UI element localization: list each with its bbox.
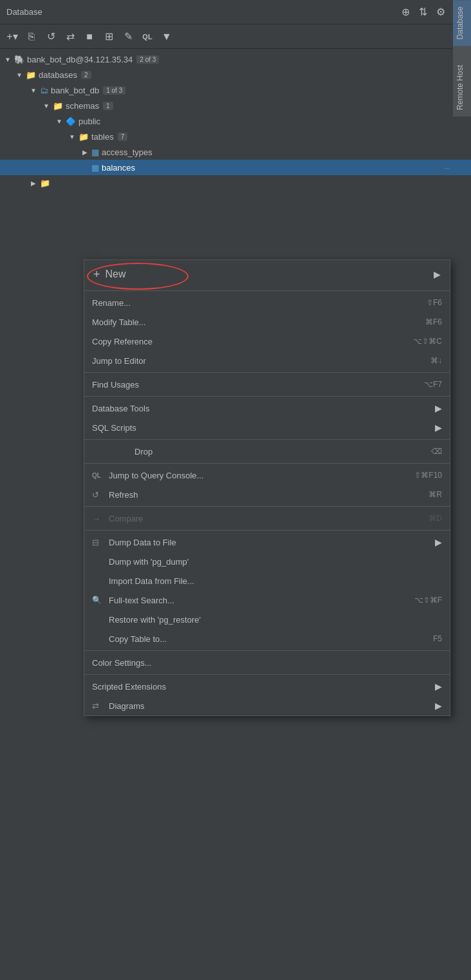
tree-label-access-types: access_types	[102, 147, 152, 157]
menu-item-copy-table[interactable]: Copy Table to... F5	[84, 629, 450, 648]
separator-3	[84, 396, 450, 397]
tree-badge-databases: 2	[81, 71, 91, 79]
tree-item-access-types[interactable]: ▶ ▦ access_types	[0, 144, 471, 160]
menu-item-refresh[interactable]: ↺ Refresh ⌘R	[84, 485, 450, 504]
refresh-button[interactable]: ↺	[42, 28, 59, 45]
menu-label-compare: Compare	[109, 514, 429, 523]
tree-label-tables: tables	[91, 132, 114, 142]
menu-item-jump-editor[interactable]: Jump to Editor ⌘↓	[84, 351, 450, 370]
new-circle-highlight	[87, 263, 189, 290]
add-icon[interactable]: ⊕	[402, 6, 410, 18]
separator-9	[84, 674, 450, 675]
menu-item-database-tools[interactable]: Database Tools ▶	[84, 399, 450, 418]
context-menu: + New ▶ Rename... ⇧F6 Modify Table... ⌘F…	[84, 259, 450, 716]
shortcut-drop: ⌫	[431, 447, 442, 456]
menu-label-import-data: Import Data from File...	[92, 576, 442, 586]
new-label: New	[106, 269, 126, 280]
edit-button[interactable]: ✎	[120, 28, 136, 45]
submenu-arrow: ▶	[435, 701, 442, 711]
tree-item-collapsed-1[interactable]: ▶ 📁	[0, 175, 471, 191]
menu-item-drop[interactable]: Drop ⌫	[84, 442, 450, 461]
folder-icon: 📁	[26, 70, 36, 80]
expand-arrow: ▼	[67, 133, 77, 140]
separator-1	[84, 290, 450, 291]
menu-label-rename: Rename...	[92, 298, 427, 308]
db-file-icon: 🗂	[40, 86, 48, 95]
tree-item-databases[interactable]: ▼ 📁 databases 2	[0, 67, 471, 82]
tree-badge-schemas: 1	[103, 102, 113, 110]
menu-label-scripted-extensions: Scripted Extensions	[92, 682, 431, 692]
separator-8	[84, 650, 450, 651]
menu-item-scripted-extensions[interactable]: Scripted Extensions ▶	[84, 677, 450, 696]
tree-item-bank-bot-db[interactable]: ▼ 🗂 bank_bot_db 1 of 3	[0, 82, 471, 98]
tree-item-schemas[interactable]: ▼ 📁 schemas 1	[0, 98, 471, 113]
query-button[interactable]: QL	[139, 28, 156, 45]
submenu-arrow: ▶	[435, 537, 442, 547]
menu-label-dump-data: Dump Data to File	[109, 538, 431, 547]
tree-badge-bank-bot-db: 1 of 3	[103, 86, 125, 95]
shortcut-fulltext-search: ⌥⇧⌘F	[414, 596, 442, 605]
shortcut-copy-table: F5	[433, 634, 442, 643]
filter-button[interactable]: ▼	[158, 28, 175, 45]
menu-item-dump-data[interactable]: ⊟ Dump Data to File ▶	[84, 532, 450, 552]
shortcut-find-usages: ⌥F7	[424, 380, 442, 389]
menu-item-compare[interactable]: → Compare ⌘D	[84, 509, 450, 528]
separator-6	[84, 506, 450, 507]
menu-item-color-settings[interactable]: Color Settings...	[84, 653, 450, 672]
menu-item-copy-reference[interactable]: Copy Reference ⌥⇧⌘C	[84, 332, 450, 351]
expand-arrow: ▶	[80, 149, 90, 156]
sidebar-panel: Database Remote Host	[453, 0, 471, 117]
compare-button[interactable]: ⇄	[62, 28, 78, 45]
folder-icon: 📁	[40, 178, 50, 188]
menu-label-dump-pg-dump: Dump with 'pg_dump'	[92, 557, 442, 567]
refresh-icon: ↺	[92, 490, 105, 500]
sync-icon[interactable]: ⇅	[419, 6, 427, 18]
tree-label-balances: balances	[102, 163, 135, 173]
menu-item-diagrams[interactable]: ⇄ Diagrams ▶	[84, 696, 450, 715]
menu-item-new[interactable]: + New ▶	[84, 260, 450, 288]
window-title: Database	[6, 7, 402, 17]
menu-item-fulltext-search[interactable]: 🔍 Full-text Search... ⌥⇧⌘F	[84, 590, 450, 610]
diagrams-icon: ⇄	[92, 701, 105, 711]
menu-item-rename[interactable]: Rename... ⇧F6	[84, 293, 450, 312]
add-button[interactable]: +▾	[4, 28, 21, 45]
separator-2	[84, 372, 450, 373]
plus-icon: +	[93, 268, 100, 281]
menu-label-drop: Drop	[134, 447, 431, 457]
menu-item-find-usages[interactable]: Find Usages ⌥F7	[84, 375, 450, 394]
menu-label-diagrams: Diagrams	[109, 701, 431, 711]
tree-item-balances[interactable]: ▦ balances ···	[0, 160, 471, 175]
submenu-arrow: ▶	[435, 681, 442, 692]
menu-label-find-usages: Find Usages	[92, 380, 424, 390]
menu-item-sql-scripts[interactable]: SQL Scripts ▶	[84, 418, 450, 437]
menu-item-dump-pg-dump[interactable]: Dump with 'pg_dump'	[84, 552, 450, 571]
expand-arrow: ▼	[14, 71, 24, 79]
submenu-arrow: ▶	[435, 422, 442, 433]
tree-label-schemas: schemas	[66, 101, 99, 111]
menu-label-sql-scripts: SQL Scripts	[92, 423, 431, 433]
expand-arrow: ▼	[28, 87, 39, 94]
dump-icon: ⊟	[92, 538, 105, 547]
tree-label-bank-bot-db: bank_bot_db	[51, 86, 99, 95]
tree-item-root[interactable]: ▼ 🐘 bank_bot_db@34.121.35.34 2 of 3	[0, 52, 471, 67]
settings-icon[interactable]: ⚙	[436, 6, 445, 18]
shortcut-refresh: ⌘R	[429, 490, 442, 499]
copy-button[interactable]: ⎘	[23, 28, 40, 45]
database-tab[interactable]: Database	[453, 0, 471, 46]
tree-item-public[interactable]: ▼ 🔷 public	[0, 113, 471, 129]
menu-item-jump-query-console[interactable]: QL Jump to Query Console... ⇧⌘F10	[84, 466, 450, 485]
remote-host-tab[interactable]: Remote Host	[453, 59, 471, 117]
menu-label-fulltext-search: Full-text Search...	[109, 596, 414, 605]
tree-item-tables[interactable]: ▼ 📁 tables 7	[0, 129, 471, 144]
grid-button[interactable]: ⊞	[100, 28, 117, 45]
menu-label-refresh: Refresh	[109, 490, 429, 500]
menu-label-restore: Restore with 'pg_restore'	[92, 615, 442, 625]
expand-arrow: ▼	[41, 102, 51, 109]
compare-icon: →	[92, 514, 105, 523]
menu-item-modify-table[interactable]: Modify Table... ⌘F6	[84, 312, 450, 332]
menu-item-restore[interactable]: Restore with 'pg_restore'	[84, 610, 450, 629]
shortcut-rename: ⇧F6	[427, 298, 442, 307]
menu-label-jump-editor: Jump to Editor	[92, 356, 430, 366]
menu-item-import-data[interactable]: Import Data from File...	[84, 571, 450, 590]
stop-button[interactable]: ■	[81, 28, 98, 45]
